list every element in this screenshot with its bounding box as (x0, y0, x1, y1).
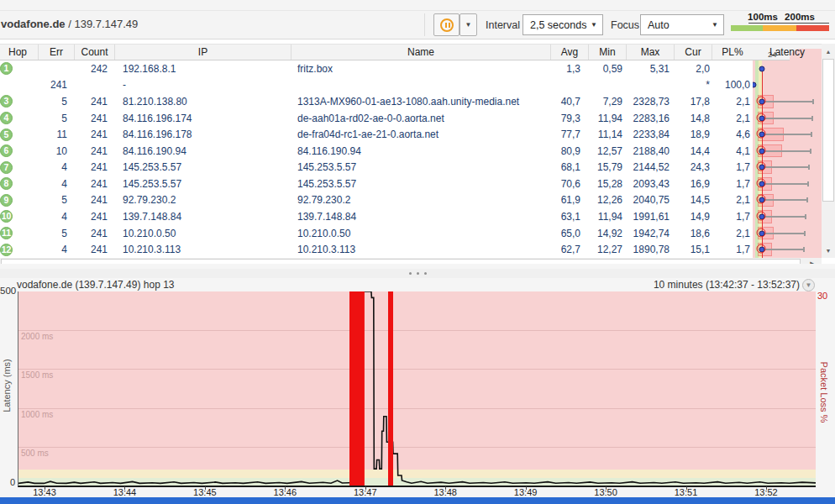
column-header-max[interactable]: Max (626, 45, 674, 60)
panel-splitter[interactable] (0, 269, 835, 278)
latency-max-line (763, 134, 812, 135)
column-header-min[interactable]: Min (588, 45, 626, 60)
pl-cell: 1,7 (712, 161, 753, 173)
count-cell: 241 (74, 244, 114, 255)
latency-cell (753, 77, 822, 94)
pause-button[interactable] (433, 13, 460, 36)
latency-cur-marker (759, 115, 765, 121)
ip-cell: 139.7.148.84 (114, 211, 291, 223)
cur-cell: 16,9 (674, 178, 712, 190)
pause-dropdown-button[interactable]: ▼ (460, 13, 477, 36)
pl-cell: 100,0 (712, 79, 753, 91)
table-vertical-scrollbar[interactable]: ▲ ▼ (822, 44, 835, 258)
interval-select[interactable]: 2,5 seconds▼ (523, 14, 603, 35)
avg-cell: 1,3 (550, 63, 588, 75)
latency-max-line (763, 166, 810, 168)
column-header-count[interactable]: Count (74, 45, 114, 60)
toolbar-divider (0, 10, 835, 11)
table-row[interactable]: 4524184.116.196.174de-aah01a-rd02-ae-0-0… (0, 110, 822, 127)
graph-title: vodafone.de (139.7.147.49) hop 13 (17, 279, 175, 291)
table-row[interactable]: 1242192.168.8.1fritz.box1,30,595,312,0 (0, 60, 822, 77)
ip-cell: 84.116.196.178 (114, 129, 291, 140)
avg-cell: 40,7 (550, 96, 588, 108)
latency-max-line (763, 233, 806, 234)
hop-badge: 12 (0, 244, 13, 256)
name-cell: 84.116.190.94 (291, 145, 550, 157)
column-header-name[interactable]: Name (291, 45, 550, 60)
err-cell: 4 (38, 211, 74, 223)
vertical-scrollbar-thumb[interactable] (822, 59, 834, 202)
latency-cur-marker (759, 181, 765, 186)
ip-cell: - (114, 79, 291, 91)
min-cell: 15,79 (588, 161, 626, 173)
plot-area[interactable]: 2000 ms1500 ms1000 ms500 ms (18, 291, 816, 487)
avg-cell: 79,3 (550, 113, 588, 124)
target-title: vodafone.de / 139.7.147.49 (1, 18, 138, 30)
column-header-avg[interactable]: Avg (550, 45, 588, 60)
hop-badge: 5 (0, 129, 13, 141)
hop-cell: 4 (0, 112, 38, 124)
max-cell: 2144,52 (626, 161, 674, 173)
column-header-ip[interactable]: IP (114, 45, 291, 60)
scroll-up-icon[interactable]: ▲ (822, 45, 835, 58)
table-row[interactable]: 11524110.210.0.5010.210.0.5065,014,92194… (0, 225, 822, 242)
max-cell: 2283,16 (626, 113, 674, 124)
pl-cell: 1,7 (712, 244, 753, 255)
cur-cell: 18,6 (674, 228, 712, 239)
latency-max-line (763, 118, 813, 119)
table-row[interactable]: 3524181.210.138.801313A-MX960-01-ae13-10… (0, 93, 822, 110)
latency-cur-marker (759, 197, 765, 203)
latency-cell (753, 241, 822, 258)
x-axis-label: 13:49 (514, 487, 538, 497)
count-cell: 241 (74, 178, 114, 190)
x-axis-label: 13:45 (193, 487, 217, 497)
column-header-pl[interactable]: PL% (712, 45, 753, 60)
name-cell: 10.210.3.113 (291, 244, 550, 255)
ip-cell: 84.116.190.94 (114, 145, 291, 157)
min-cell: 11,94 (588, 211, 626, 223)
table-row[interactable]: 241-*100,0 (0, 77, 822, 94)
column-header-latency[interactable]: Latency (753, 45, 822, 60)
column-header-err[interactable]: Err (38, 45, 74, 60)
max-cell: 1942,74 (626, 228, 674, 239)
time-range-dropdown-icon[interactable]: ▼ (802, 279, 815, 291)
name-cell: 10.210.0.50 (291, 228, 550, 239)
cur-cell: 24,3 (674, 161, 712, 173)
x-axis-label: 13:51 (675, 487, 698, 497)
legend-bad-segment (796, 25, 829, 31)
min-cell: 7,29 (588, 96, 626, 108)
hop-cell: 3 (0, 95, 38, 108)
hop-badge: 11 (0, 227, 13, 239)
interval-value: 2,5 seconds (530, 19, 586, 31)
latency-line-chart (18, 291, 816, 486)
latency-max-line (763, 216, 806, 218)
latency-cur-marker (759, 132, 765, 138)
legend-warn-segment (763, 25, 796, 31)
hop-cell: 9 (0, 194, 38, 207)
hop-cell: 6 (0, 144, 38, 157)
scroll-down-icon[interactable]: ▼ (822, 244, 835, 257)
table-row[interactable]: 104241139.7.148.84139.7.148.8463,111,941… (0, 208, 822, 225)
packet-loss-bar (349, 291, 365, 486)
min-cell: 12,57 (588, 145, 626, 157)
name-cell: 1313A-MX960-01-ae13-1080.aah.unity-media… (291, 96, 550, 108)
pl-cell: 2,1 (712, 113, 753, 124)
table-row[interactable]: 12424110.210.3.11310.210.3.11362,712,271… (0, 241, 822, 258)
cur-cell: * (674, 79, 712, 91)
pl-cell: 2,1 (712, 96, 753, 108)
min-cell: 11,14 (588, 129, 626, 140)
table-row[interactable]: 51124184.116.196.178de-fra04d-rc1-ae-21-… (0, 126, 822, 143)
table-row[interactable]: 74241145.253.5.57145.253.5.5768,115,7921… (0, 159, 822, 176)
table-row[interactable]: 84241145.253.5.57145.253.5.5770,615,2820… (0, 176, 822, 192)
focus-select[interactable]: Auto▼ (640, 14, 724, 35)
min-cell: 14,92 (588, 228, 626, 239)
column-header-hop[interactable]: Hop (0, 45, 38, 60)
table-row[interactable]: 61024184.116.190.9484.116.190.9480,912,5… (0, 143, 822, 160)
ip-cell: 10.210.3.113 (114, 244, 291, 255)
column-header-cur[interactable]: Cur (674, 45, 712, 60)
min-cell: 0,59 (588, 63, 626, 75)
toolbar: vodafone.de / 139.7.147.49 ▼ Interval 2,… (0, 0, 835, 39)
hop-badge: 9 (0, 194, 13, 207)
table-row[interactable]: 9524192.79.230.292.79.230.261,912,262040… (0, 192, 822, 209)
target-host: vodafone.de (1, 18, 66, 30)
